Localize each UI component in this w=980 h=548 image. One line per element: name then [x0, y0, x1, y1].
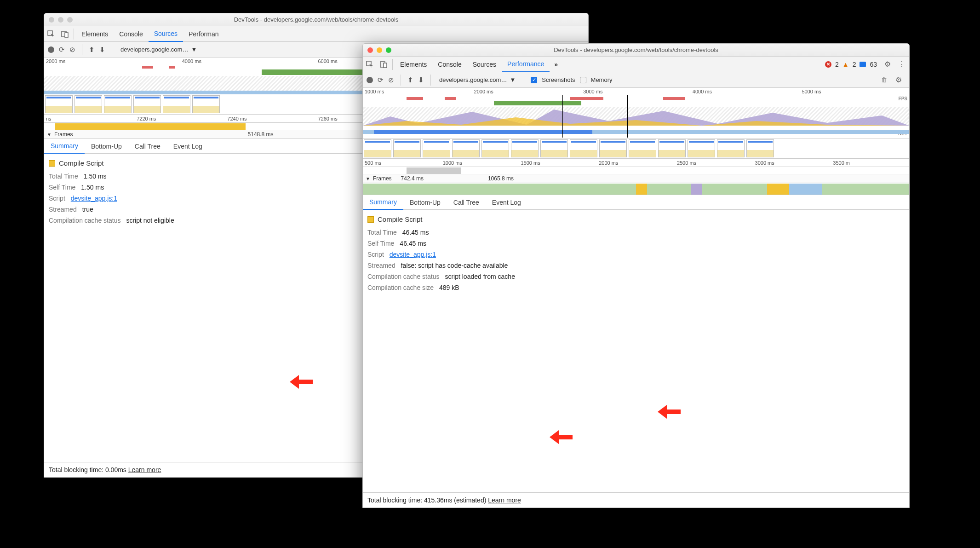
minimize-icon[interactable]: [58, 17, 63, 23]
disclosure-triangle-icon[interactable]: ▼: [366, 176, 370, 181]
tab-sources[interactable]: Sources: [149, 26, 183, 42]
tab-call-tree[interactable]: Call Tree: [447, 195, 486, 210]
frame-seg[interactable]: [822, 184, 909, 195]
frame-seg[interactable]: [363, 184, 636, 195]
close-icon[interactable]: [49, 17, 54, 23]
screenshot-thumb[interactable]: [481, 139, 509, 157]
val-streamed: true: [82, 206, 93, 213]
screenshot-thumb[interactable]: [364, 139, 391, 157]
val-script-link[interactable]: devsite_app.js:1: [390, 251, 436, 258]
screenshot-thumb[interactable]: [452, 139, 480, 157]
overview-timeline[interactable]: 1000 ms 2000 ms 3000 ms 4000 ms 5000 ms …: [363, 88, 909, 138]
inspect-icon[interactable]: [363, 57, 377, 72]
error-count: 2: [835, 61, 839, 68]
more-tabs[interactable]: »: [550, 61, 562, 68]
tab-performance[interactable]: Performance: [502, 57, 550, 72]
screenshot-thumb[interactable]: [746, 139, 774, 157]
network-row[interactable]: [363, 167, 909, 174]
flame-chip[interactable]: [407, 167, 461, 174]
tick: 4000 ms: [691, 89, 800, 94]
message-count-badge[interactable]: [860, 62, 866, 67]
error-count-badge[interactable]: ✕: [825, 61, 831, 68]
screenshot-thumb[interactable]: [163, 95, 190, 113]
target-select[interactable]: developers.google.com… ▼: [437, 76, 517, 83]
download-icon[interactable]: ⬇: [418, 76, 424, 84]
val-script-link[interactable]: devsite_app.js:1: [71, 195, 117, 202]
close-icon[interactable]: [367, 47, 373, 53]
zoom-icon[interactable]: [386, 47, 391, 53]
titlebar: DevTools - developers.google.com/web/too…: [363, 44, 909, 57]
target-select[interactable]: developers.google.com… ▼: [119, 46, 199, 53]
clear-icon[interactable]: ⊘: [388, 76, 394, 84]
svg-rect-5: [384, 63, 387, 68]
warning-count-badge[interactable]: ▲: [842, 61, 849, 68]
frame-seg[interactable]: [789, 184, 822, 195]
frame-seg[interactable]: [647, 184, 691, 195]
record-button[interactable]: [48, 46, 54, 53]
tab-call-tree[interactable]: Call Tree: [128, 139, 167, 154]
upload-icon[interactable]: ⬆: [407, 76, 413, 84]
val-self-time: 1.50 ms: [81, 184, 104, 191]
frame-seg[interactable]: [702, 184, 768, 195]
reload-icon[interactable]: ⟳: [378, 76, 384, 84]
screenshot-thumb[interactable]: [423, 139, 450, 157]
screenshot-thumb[interactable]: [45, 95, 73, 113]
tab-performance[interactable]: Performan: [183, 26, 224, 42]
screenshot-thumb[interactable]: [629, 139, 656, 157]
screenshot-thumb[interactable]: [599, 139, 627, 157]
tab-elements[interactable]: Elements: [76, 26, 114, 42]
inspect-icon[interactable]: [44, 26, 58, 42]
upload-icon[interactable]: ⬆: [89, 46, 95, 54]
tab-bottom-up[interactable]: Bottom-Up: [403, 195, 447, 210]
screenshot-thumb[interactable]: [393, 139, 421, 157]
perf-settings-icon[interactable]: ⚙: [892, 75, 905, 84]
reload-icon[interactable]: ⟳: [59, 46, 65, 54]
screenshot-thumb[interactable]: [511, 139, 539, 157]
screenshot-thumb[interactable]: [688, 139, 715, 157]
frame-seg[interactable]: [691, 184, 702, 195]
filmstrip[interactable]: [363, 138, 909, 159]
frames-strip[interactable]: [363, 183, 909, 195]
tab-sources[interactable]: Sources: [467, 57, 502, 72]
main-toolbar: Elements Console Sources Performan: [44, 26, 588, 42]
frame-seg[interactable]: [767, 184, 789, 195]
screenshot-thumb[interactable]: [75, 95, 102, 113]
clear-icon[interactable]: ⊘: [69, 46, 75, 54]
trash-icon[interactable]: 🗑: [881, 76, 887, 83]
tab-console[interactable]: Console: [114, 26, 148, 42]
tab-event-log[interactable]: Event Log: [486, 195, 527, 210]
download-icon[interactable]: ⬇: [99, 46, 105, 54]
lbl-total-time: Total Time: [49, 173, 78, 180]
device-icon[interactable]: [377, 57, 390, 72]
screenshot-thumb[interactable]: [104, 95, 132, 113]
disclosure-triangle-icon[interactable]: ▼: [47, 132, 52, 137]
minimize-icon[interactable]: [377, 47, 382, 53]
zoom-icon[interactable]: [67, 17, 73, 23]
tab-summary[interactable]: Summary: [363, 195, 403, 210]
learn-more-link[interactable]: Learn more: [128, 466, 161, 473]
device-icon[interactable]: [58, 26, 72, 42]
memory-checkbox[interactable]: [580, 77, 586, 83]
tab-summary[interactable]: Summary: [44, 139, 85, 154]
tab-elements[interactable]: Elements: [395, 57, 432, 72]
screenshot-thumb[interactable]: [717, 139, 745, 157]
screenshot-thumb[interactable]: [658, 139, 686, 157]
tab-console[interactable]: Console: [432, 57, 467, 72]
screenshot-thumb[interactable]: [192, 95, 220, 113]
record-button[interactable]: [367, 77, 373, 83]
screenshots-label: Screenshots: [542, 76, 575, 83]
tab-event-log[interactable]: Event Log: [167, 139, 209, 154]
screenshot-thumb[interactable]: [133, 95, 161, 113]
screenshot-thumb[interactable]: [570, 139, 597, 157]
frame-seg[interactable]: [636, 184, 647, 195]
settings-icon[interactable]: ⚙: [881, 60, 894, 69]
menu-icon[interactable]: ⋮: [894, 60, 909, 69]
lbl-total-time: Total Time: [367, 229, 397, 236]
screenshots-checkbox[interactable]: ✓: [531, 77, 537, 83]
screenshot-thumb[interactable]: [540, 139, 568, 157]
tab-bottom-up[interactable]: Bottom-Up: [85, 139, 128, 154]
flame-chip[interactable]: [55, 123, 246, 130]
event-title: Compile Script: [378, 215, 423, 223]
frames-section[interactable]: ▼ Frames 742.4 ms 1065.8 ms: [363, 174, 909, 183]
learn-more-link[interactable]: Learn more: [488, 496, 521, 504]
